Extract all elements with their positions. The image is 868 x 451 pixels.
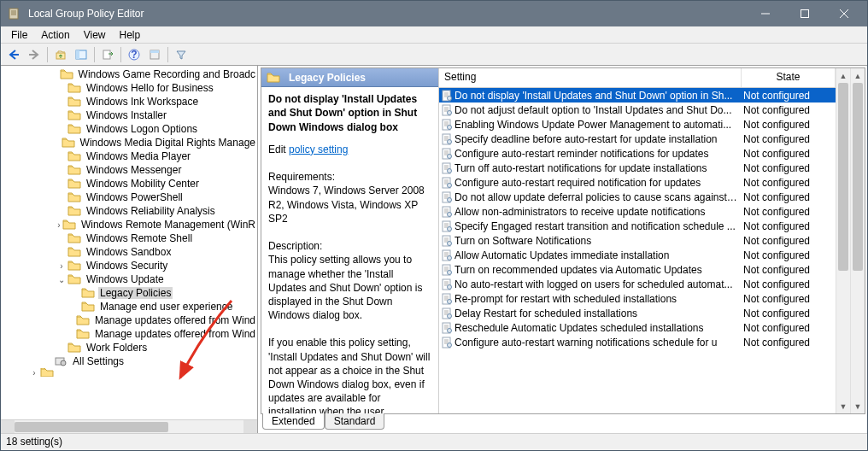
folder-icon [76, 328, 90, 340]
list-row[interactable]: Allow non-administrators to receive upda… [439, 204, 836, 219]
policy-icon [439, 119, 455, 131]
scroll-up-icon[interactable]: ▲ [836, 68, 850, 83]
tree-item[interactable]: Manage updates offered from Wind [1, 327, 257, 341]
svg-point-107 [448, 343, 452, 347]
tree-item[interactable]: All Settings [1, 354, 257, 368]
tree-horizontal-scrollbar[interactable] [1, 419, 257, 433]
list-rows[interactable]: Do not display 'Install Updates and Shut… [439, 88, 836, 413]
tree-item-label: All Settings [71, 355, 126, 367]
help-button[interactable]: ? [125, 45, 144, 64]
tree-item-label: Windows Installer [85, 109, 168, 121]
svg-text:?: ? [131, 49, 137, 61]
tree-item[interactable]: Windows PowerShell [1, 190, 257, 204]
close-button[interactable] [824, 1, 864, 26]
tree-item[interactable]: Windows Messenger [1, 163, 257, 177]
edit-policy-link[interactable]: policy setting [289, 144, 348, 155]
menu-action[interactable]: Action [34, 27, 76, 43]
minimize-button[interactable] [746, 1, 785, 26]
list-row[interactable]: Configure auto-restart warning notificat… [439, 335, 836, 349]
tree-item[interactable]: › [1, 368, 257, 377]
setting-name: Reschedule Automatic Updates scheduled i… [455, 322, 742, 334]
detail-vertical-scrollbar[interactable]: ▲ ▼ [836, 68, 850, 413]
menu-view[interactable]: View [77, 27, 113, 43]
svg-point-22 [448, 96, 452, 100]
titlebar[interactable]: Local Group Policy Editor [1, 1, 867, 26]
tree-item[interactable]: Windows Game Recording and Broadc [1, 67, 257, 81]
menu-file[interactable]: File [4, 27, 34, 43]
tab-standard[interactable]: Standard [325, 413, 385, 430]
tree-item[interactable]: ⌄Windows Update [1, 272, 257, 286]
list-row[interactable]: No auto-restart with logged on users for… [439, 277, 836, 291]
up-button[interactable] [51, 45, 70, 64]
policy-icon [439, 191, 455, 203]
list-row[interactable]: Enabling Windows Update Power Management… [439, 117, 836, 132]
tree-item[interactable]: ›Windows Security [1, 259, 257, 272]
chevron-down-icon[interactable]: ⌄ [56, 275, 67, 284]
list-row[interactable]: Turn on Software NotificationsNot config… [439, 233, 836, 248]
setting-name: Delay Restart for scheduled installation… [455, 308, 742, 319]
tree-item[interactable]: Windows Logon Options [1, 122, 257, 136]
filter-button[interactable] [172, 45, 191, 64]
export-button[interactable] [98, 45, 117, 64]
description-text-2: If you enable this policy setting, 'Inst… [268, 336, 431, 413]
maximize-button[interactable] [785, 1, 824, 26]
setting-name: Specify Engaged restart transition and n… [455, 220, 742, 232]
svg-point-52 [448, 183, 452, 187]
tab-extended[interactable]: Extended [262, 413, 325, 430]
tree-item[interactable]: Windows Media Digital Rights Manage [1, 136, 257, 149]
list-row[interactable]: Turn on recommended updates via Automati… [439, 262, 836, 277]
list-row[interactable]: Turn off auto-restart notifications for … [439, 161, 836, 175]
tree-item[interactable]: Manage updates offered from Wind [1, 313, 257, 327]
show-hide-tree-button[interactable] [72, 45, 91, 64]
scroll-up-icon[interactable]: ▲ [851, 68, 865, 83]
tree-item[interactable]: Windows Remote Shell [1, 231, 257, 245]
column-state[interactable]: State [742, 68, 836, 87]
list-row[interactable]: Do not allow update deferral policies to… [439, 190, 836, 204]
list-row[interactable]: Specify deadline before auto-restart for… [439, 132, 836, 146]
setting-name: Turn on recommended updates via Automati… [455, 264, 742, 276]
tree-item[interactable]: Manage end user experience [1, 300, 257, 313]
menu-help[interactable]: Help [113, 27, 148, 43]
chevron-right-icon[interactable]: › [56, 220, 62, 230]
svg-rect-0 [9, 9, 18, 19]
list-row[interactable]: Configure auto-restart required notifica… [439, 175, 836, 190]
properties-button[interactable] [145, 45, 164, 64]
column-setting[interactable]: Setting [439, 68, 742, 87]
folder-icon [67, 342, 81, 354]
tree-item[interactable]: ›Windows Remote Management (WinR [1, 218, 257, 231]
scroll-down-icon[interactable]: ▼ [851, 399, 865, 413]
list-row[interactable]: Delay Restart for scheduled installation… [439, 306, 836, 320]
tree-item[interactable]: Legacy Policies [1, 286, 257, 300]
tree-item[interactable]: Windows Ink Workspace [1, 95, 257, 108]
forward-button[interactable] [25, 45, 44, 64]
tree-item[interactable]: Windows Sandbox [1, 245, 257, 259]
tree-item[interactable]: Windows Mobility Center [1, 177, 257, 190]
tree-item-label: Windows Media Digital Rights Manage [79, 137, 257, 149]
list-row[interactable]: Do not adjust default option to 'Install… [439, 102, 836, 117]
tree-view[interactable]: Windows Game Recording and BroadcWindows… [1, 66, 257, 419]
list-row[interactable]: Configure auto-restart reminder notifica… [439, 146, 836, 161]
policy-icon [439, 90, 455, 102]
list-row[interactable]: Do not display 'Install Updates and Shut… [439, 88, 836, 102]
list-row[interactable]: Re-prompt for restart with scheduled ins… [439, 291, 836, 306]
tree-item-label: Windows Security [85, 260, 169, 272]
tree-item[interactable]: Windows Reliability Analysis [1, 204, 257, 218]
list-row[interactable]: Allow Automatic Updates immediate instal… [439, 248, 836, 262]
tree-item[interactable]: Windows Media Player [1, 149, 257, 163]
policy-icon [439, 278, 455, 290]
back-button[interactable] [4, 45, 23, 64]
scroll-down-icon[interactable]: ▼ [836, 399, 850, 413]
list-row[interactable]: Reschedule Automatic Updates scheduled i… [439, 320, 836, 335]
tree-item-label: Work Folders [85, 342, 149, 354]
policy-icon [439, 177, 455, 189]
chevron-right-icon[interactable]: › [56, 261, 67, 271]
tree-item[interactable]: Windows Hello for Business [1, 81, 257, 95]
tree-item[interactable]: Windows Installer [1, 108, 257, 122]
list-vertical-scrollbar[interactable]: ▲ ▼ [850, 68, 865, 413]
policy-icon [439, 337, 455, 348]
detail-pane: Legacy Policies Do not display 'Install … [261, 68, 439, 413]
list-row[interactable]: Specify Engaged restart transition and n… [439, 219, 836, 233]
tree-item-label: Windows Update [85, 273, 166, 285]
tree-item[interactable]: Work Folders [1, 341, 257, 354]
chevron-right-icon[interactable]: › [28, 368, 40, 377]
